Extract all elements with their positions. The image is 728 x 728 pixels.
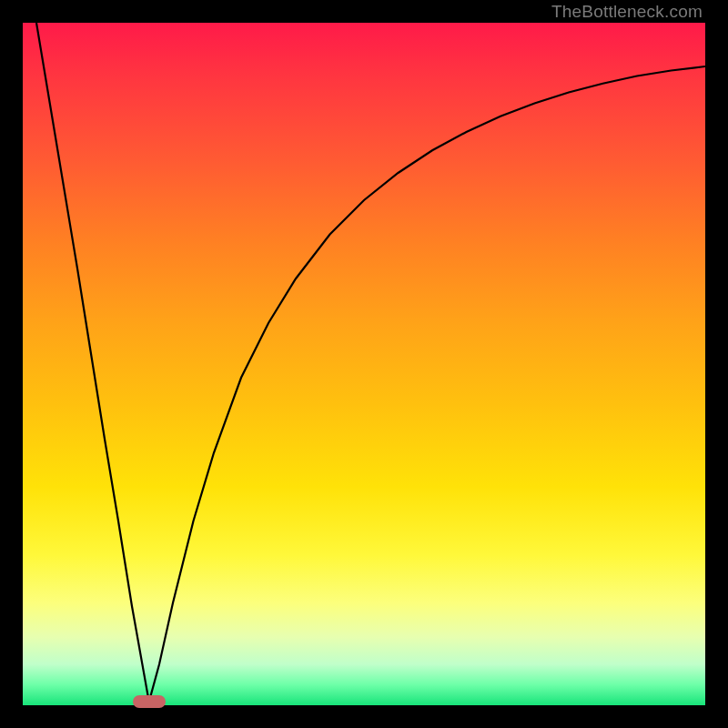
chart-svg [23, 23, 705, 705]
curve-right-branch [149, 66, 705, 702]
plot-area [23, 23, 705, 705]
min-marker [133, 695, 166, 708]
curve-left-branch [36, 23, 149, 702]
watermark-text: TheBottleneck.com [551, 2, 703, 22]
